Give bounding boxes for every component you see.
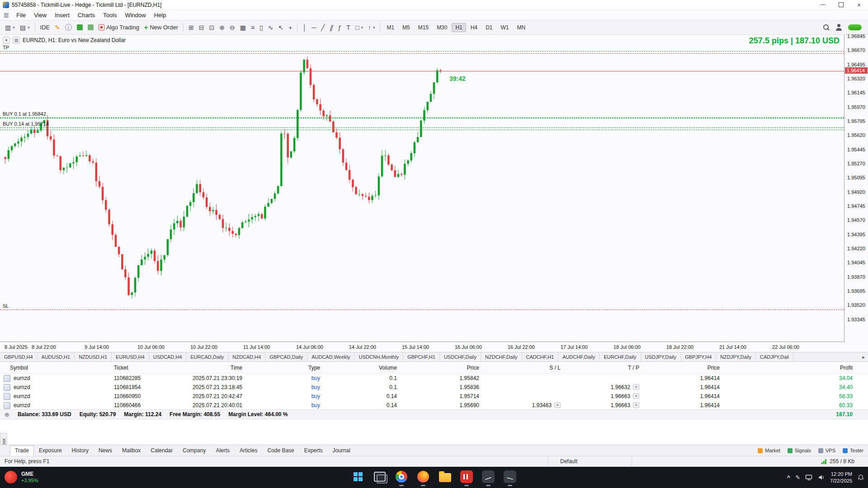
toolbox-tab-item[interactable]: History	[67, 446, 94, 456]
cursor-tool-button[interactable]: ↖	[276, 22, 286, 33]
column-header[interactable]: Time	[172, 362, 242, 373]
ide-button[interactable]: IDE	[38, 22, 52, 33]
column-header[interactable]: Price	[639, 362, 720, 373]
chart-tab[interactable]: AUDCHF,Daily	[558, 352, 599, 361]
trendline-tool-button[interactable]: ╱	[319, 22, 327, 33]
remove-tp-button[interactable]: ×	[633, 384, 639, 390]
timeframe-button[interactable]: M30	[433, 23, 451, 32]
profile-selector[interactable]: Default	[548, 456, 632, 467]
tab-scroll-right-button[interactable]: ▸	[859, 354, 868, 360]
task-view-button[interactable]	[372, 469, 387, 484]
toolbox-tab-item[interactable]: Calendar	[146, 446, 178, 456]
sl-line[interactable]	[0, 310, 844, 310]
menu-item[interactable]: Tools	[99, 11, 121, 19]
new-chart-button[interactable]: ▥ ▾	[3, 22, 17, 33]
buy-position-line[interactable]	[0, 130, 844, 130]
chart-tab[interactable]: CADJPY,Dail	[756, 352, 793, 361]
trading-app-button[interactable]	[481, 469, 496, 484]
chart-tab[interactable]: NZDCHF,Daily	[481, 352, 522, 361]
price-axis[interactable]: 1.96414 1.968451.966701.964951.963201.96…	[845, 35, 868, 342]
column-header[interactable]: S / L	[479, 362, 561, 373]
bar-chart-mode-button[interactable]: ≡	[249, 22, 257, 33]
vertical-line-tool-button[interactable]: │	[300, 22, 309, 33]
toolbox-tab-item[interactable]: Exposure	[34, 446, 67, 456]
toolbox-tab-item[interactable]: Alerts	[211, 446, 235, 456]
toolbox-tab-item[interactable]: Trade	[10, 446, 34, 456]
new-order-button[interactable]: + New Order	[142, 22, 180, 33]
options-button[interactable]: i	[63, 22, 74, 33]
algo-trading-button[interactable]: Algo Trading	[96, 22, 142, 33]
chart-tab[interactable]: GBPUSD,H4	[0, 352, 38, 361]
market-watch-button[interactable]: ⊞	[186, 22, 196, 33]
notification-bell-icon[interactable]	[857, 474, 864, 481]
remove-sl-button[interactable]: ×	[554, 402, 561, 408]
timeframe-button[interactable]: H1	[452, 23, 466, 32]
menu-item[interactable]: File	[12, 11, 30, 19]
tray-overflow-chevron-icon[interactable]: ^	[787, 474, 791, 481]
arrows-tool-button[interactable]: ↑ ▾	[366, 22, 377, 33]
chart-tab[interactable]: CADCHF,H1	[522, 352, 559, 361]
data-window-button[interactable]: ⊟	[197, 22, 207, 33]
tile-windows-button[interactable]: ▦	[238, 22, 248, 33]
column-header[interactable]: Type	[242, 362, 320, 373]
column-header[interactable]: Ticket	[113, 362, 172, 373]
horizontal-line-tool-button[interactable]: ─	[309, 22, 318, 33]
buy-position-line[interactable]	[0, 118, 844, 118]
position-row[interactable]: eurnzd 110660950 2025.07.21 20:42:47 buy…	[0, 392, 868, 401]
timeframe-button[interactable]: H4	[467, 23, 481, 32]
file-explorer-button[interactable]	[437, 469, 453, 484]
timeframe-button[interactable]: M1	[383, 23, 398, 32]
position-row[interactable]: eurnzd 110681854 2025.07.21 23:18:45 buy…	[0, 383, 868, 392]
column-header[interactable]: Symbol	[0, 362, 113, 373]
timeframe-button[interactable]: W1	[497, 23, 513, 32]
chrome-taskbar-button[interactable]	[394, 469, 409, 484]
column-header[interactable]: Profit	[720, 362, 868, 373]
taskbar-clock[interactable]: 12:20 PM 7/22/2025	[830, 471, 852, 484]
toolbox-tab-item[interactable]: News	[94, 446, 117, 456]
chart-tab[interactable]: GBPCAD,Daily	[265, 352, 307, 361]
crosshair-tool-button[interactable]: +	[286, 22, 294, 33]
chart-tab[interactable]: NZDJPY,Daily	[716, 352, 756, 361]
menu-item[interactable]: View	[30, 11, 51, 19]
volume-icon[interactable]	[818, 474, 825, 481]
chart-tab[interactable]: EURUSD,H4	[112, 352, 149, 361]
remove-tp-button[interactable]: ×	[633, 393, 639, 399]
chart-tab[interactable]: USDCAD,H4	[149, 352, 187, 361]
tp-line[interactable]	[0, 51, 844, 52]
timeframe-button[interactable]: MN	[514, 23, 529, 32]
menu-item[interactable]: Charts	[74, 11, 99, 19]
candlestick-chart[interactable]	[0, 35, 844, 342]
timeframe-button[interactable]: M5	[399, 23, 414, 32]
data-center-button[interactable]	[85, 22, 96, 33]
account-icon[interactable]	[835, 24, 842, 31]
service-link[interactable]: Tester	[843, 448, 863, 453]
chart-tab[interactable]: EURCAD,Daily	[186, 352, 228, 361]
start-button[interactable]	[350, 469, 366, 484]
toolbox-tab-item[interactable]: Mailbox	[117, 446, 146, 456]
chart-tab[interactable]: GBPCHF,H1	[403, 352, 440, 361]
stock-widget[interactable]: GME +3.95%	[5, 471, 38, 483]
metaeditor-button[interactable]: ✎	[52, 22, 62, 33]
history-center-button[interactable]	[75, 22, 85, 33]
chart-plot-area[interactable]: ▾ ▥ EURNZD, H1: Euro vs New Zealand Doll…	[0, 35, 844, 342]
remove-tp-button[interactable]: ×	[633, 402, 639, 408]
chart-tab[interactable]: USDJPY,Daily	[641, 352, 681, 361]
firefox-taskbar-button[interactable]	[415, 469, 431, 484]
service-link[interactable]: VPS	[818, 448, 835, 453]
service-link[interactable]: Signals	[788, 448, 811, 453]
column-header[interactable]: T / P	[561, 362, 639, 373]
chart-tab[interactable]: GBPJPY,H4	[681, 352, 716, 361]
zoom-out-button[interactable]: ⊖	[227, 22, 237, 33]
network-icon[interactable]	[805, 474, 813, 481]
chart-tab[interactable]: AUDUSD,H1	[38, 352, 75, 361]
fibonacci-tool-button[interactable]: ƒ	[336, 22, 344, 33]
toolbox-tab-item[interactable]: Articles	[235, 446, 262, 456]
current-price-line[interactable]	[0, 71, 844, 71]
minimize-button[interactable]	[814, 0, 832, 9]
chart-tab[interactable]: NZDUSD,H1	[75, 352, 112, 361]
connection-status-icon[interactable]	[848, 24, 862, 30]
buy-position-line[interactable]	[0, 127, 844, 128]
position-row[interactable]: eurnzd 110660466 2025.07.21 20:40:01 buy…	[0, 401, 868, 410]
chart-tab[interactable]: NZDCAD,H4	[228, 352, 265, 361]
menu-item[interactable]: Help	[150, 11, 170, 19]
